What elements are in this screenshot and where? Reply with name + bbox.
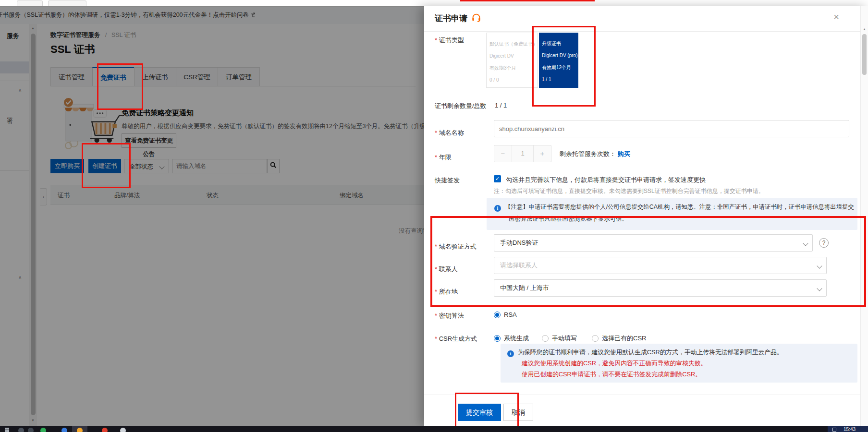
ca-notice-line1-text: 【注意】申请证书需要将您提供的个人/公司信息提交给CA机构，请知悉。注意：非国产… bbox=[505, 204, 854, 210]
domain-input[interactable] bbox=[494, 120, 849, 137]
remaining-value: 1 / 1 bbox=[495, 102, 507, 109]
annotation-box-upgrade-card bbox=[532, 26, 596, 107]
card-validity: 有效期3个月 bbox=[489, 62, 535, 74]
csr-mode-label: CSR生成方式 bbox=[435, 335, 477, 343]
key-algo-label: 密钥算法 bbox=[435, 312, 464, 320]
csr-option-label: 手动填写 bbox=[552, 335, 577, 342]
browser-chrome-strip bbox=[0, 0, 868, 7]
drawer-title: 证书申请 bbox=[435, 13, 467, 24]
card-brand: Digicert DV bbox=[489, 50, 535, 62]
taskbar-app-icon[interactable] bbox=[28, 428, 34, 432]
taskbar-time: 15:43 bbox=[844, 427, 856, 432]
years-label: 年限 bbox=[435, 153, 452, 162]
info-icon: i bbox=[507, 350, 514, 357]
drawer-header-divider bbox=[424, 31, 868, 32]
cert-type-card-default[interactable]: 默认证书（免费证书） Digicert DV 有效期3个月 0 / 0 bbox=[486, 33, 538, 88]
key-algo-option-label: RSA bbox=[504, 311, 517, 318]
csr-info-line1: i为保障您的证书顺利申请，建议您使用默认生成CSR的方式，手动上传将无法部署到阿… bbox=[507, 348, 783, 357]
csr-info-warning1: 建议您使用系统创建的CSR，避免因内容不正确而导致的审核失败。 bbox=[522, 360, 707, 368]
drawer-header: 证书申请 bbox=[435, 13, 481, 24]
quick-issue-text: 勾选并且完善以下信息，付款后将直接提交证书申请请求，签发速度更快 bbox=[506, 176, 706, 184]
stepper-plus-icon[interactable]: + bbox=[534, 145, 551, 162]
key-algo-option-rsa[interactable]: RSA bbox=[494, 311, 517, 318]
annotation-box-create-button bbox=[82, 143, 131, 188]
annotation-box-free-cert-tab bbox=[97, 63, 143, 110]
radio-icon[interactable] bbox=[592, 335, 599, 342]
csr-option-manual[interactable]: 手动填写 bbox=[542, 334, 577, 343]
taskbar-app-icon[interactable] bbox=[61, 428, 67, 432]
taskbar-app-icon[interactable] bbox=[120, 428, 126, 432]
taskbar-clock-area[interactable]: 15:43 bbox=[828, 426, 868, 432]
csr-option-system[interactable]: 系统生成 bbox=[494, 334, 529, 343]
csr-option-label: 选择已有的CSR bbox=[602, 335, 646, 342]
windows-start-icon[interactable] bbox=[5, 428, 9, 432]
headset-support-icon[interactable] bbox=[471, 13, 481, 24]
remaining-label: 证书剩余数量/总数 bbox=[435, 102, 487, 110]
taskbar-tray-icon[interactable] bbox=[832, 428, 836, 432]
taskbar-active-app[interactable] bbox=[72, 426, 87, 432]
hosted-service-label: 剩余托管服务次数： bbox=[560, 150, 616, 157]
domain-label: 域名名称 bbox=[435, 129, 464, 137]
hosted-service-row: 剩余托管服务次数： 购买 bbox=[560, 150, 630, 158]
radio-icon[interactable] bbox=[542, 335, 549, 342]
taskbar-app-icon[interactable] bbox=[77, 428, 83, 432]
quick-issue-checkbox[interactable]: ✓ bbox=[494, 175, 501, 182]
quick-issue-label: 快捷签发 bbox=[435, 176, 460, 185]
card-name: 默认证书（免费证书） bbox=[489, 38, 535, 50]
csr-info-warning2: 使用已创建的CSR申请证书，请不要在证书签发完成前删除CSR。 bbox=[522, 371, 701, 379]
close-icon[interactable]: × bbox=[831, 11, 842, 23]
ca-notice-line1: i【注意】申请证书需要将您提供的个人/公司信息提交给CA机构，请知悉。注意：非国… bbox=[494, 203, 854, 212]
radio-selected-icon[interactable] bbox=[494, 312, 501, 318]
years-value: 1 bbox=[512, 145, 534, 162]
radio-selected-icon[interactable] bbox=[494, 335, 501, 342]
annotation-box-form-section bbox=[430, 216, 866, 307]
annotation-top-line bbox=[460, 0, 595, 1]
csr-info-line1-text: 为保障您的证书顺利申请，建议您使用默认生成CSR的方式，手动上传将无法部署到阿里… bbox=[518, 348, 783, 356]
info-icon: i bbox=[494, 205, 501, 212]
card-quota: 0 / 0 bbox=[489, 74, 535, 86]
taskbar-app-icon[interactable] bbox=[18, 428, 24, 432]
taskbar-app-icon[interactable] bbox=[40, 428, 46, 432]
browser-tab-stub[interactable] bbox=[17, 0, 43, 6]
scroll-up-icon[interactable]: ▲ bbox=[863, 27, 866, 31]
taskbar: 15:43 bbox=[0, 426, 868, 432]
buy-link[interactable]: 购买 bbox=[618, 150, 630, 157]
taskbar-app-icon[interactable] bbox=[102, 428, 108, 432]
quick-issue-note: 注：勾选后可填写证书信息，直接提交审核。未勾选需要到SSL证书控制台完善证书信息… bbox=[494, 187, 764, 195]
scrollbar-thumb[interactable] bbox=[862, 34, 867, 75]
annotation-box-submit-button bbox=[455, 393, 519, 427]
csr-option-existing[interactable]: 选择已有的CSR bbox=[592, 334, 646, 343]
stepper-minus-icon[interactable]: − bbox=[494, 145, 512, 162]
browser-tab-stub[interactable] bbox=[48, 0, 86, 6]
csr-info-box: i为保障您的证书顺利申请，建议您使用默认生成CSR的方式，手动上传将无法部署到阿… bbox=[501, 344, 857, 383]
years-stepper: − 1 + bbox=[494, 145, 551, 162]
cert-type-label: 证书类型 bbox=[435, 36, 464, 45]
csr-option-label: 系统生成 bbox=[504, 335, 529, 342]
